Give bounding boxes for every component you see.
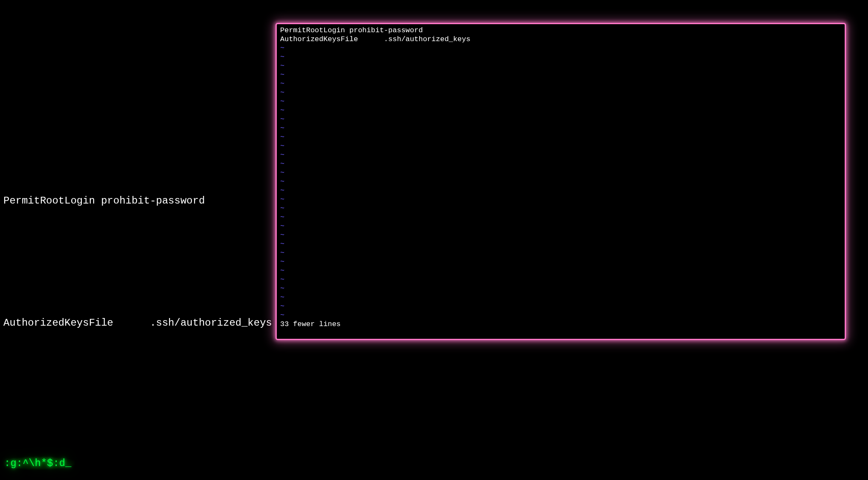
ex-command-line[interactable]: :g:^\h*$:d_: [3, 457, 75, 470]
left-text-line-1: PermitRootLogin prohibit-password: [3, 195, 205, 207]
left-text-line-2: AuthorizedKeysFile .ssh/authorized_keys: [3, 317, 272, 329]
vim-tilde-line: ~: [280, 115, 841, 124]
vim-tilde-line: ~: [280, 293, 841, 302]
vim-tilde-line: ~: [280, 248, 841, 257]
vim-tilde-line: ~: [280, 240, 841, 248]
vim-tilde-line: ~: [280, 97, 841, 106]
vim-tilde-line: ~: [280, 106, 841, 115]
vim-status-line: 33 fewer lines: [280, 320, 841, 329]
vim-tilde-line: ~: [280, 133, 841, 142]
vim-buffer-line: AuthorizedKeysFile .ssh/authorized_keys: [280, 35, 841, 44]
vim-editor-window[interactable]: PermitRootLogin prohibit-password Author…: [275, 23, 846, 340]
vim-tilde-line: ~: [280, 195, 841, 204]
vim-tilde-line: ~: [280, 151, 841, 159]
vim-tilde-line: ~: [280, 53, 841, 61]
vim-tilde-line: ~: [280, 186, 841, 195]
vim-tilde-line: ~: [280, 266, 841, 275]
vim-tilde-line: ~: [280, 70, 841, 79]
vim-tilde-line: ~: [280, 213, 841, 222]
vim-tilde-line: ~: [280, 177, 841, 186]
vim-tilde-line: ~: [280, 257, 841, 266]
vim-tilde-line: ~: [280, 204, 841, 213]
vim-tilde-line: ~: [280, 311, 841, 320]
vim-tilde-line: ~: [280, 159, 841, 168]
vim-tilde-line: ~: [280, 61, 841, 70]
vim-tilde-line: ~: [280, 142, 841, 151]
vim-tilde-line: ~: [280, 275, 841, 284]
vim-tilde-line: ~: [280, 231, 841, 240]
vim-tilde-line: ~: [280, 284, 841, 293]
ex-command-text: :g:^\h*$:d_: [3, 457, 75, 470]
vim-tilde-line: ~: [280, 302, 841, 311]
vim-tilde-line: ~: [280, 88, 841, 97]
vim-tilde-line: ~: [280, 168, 841, 177]
vim-buffer-line: PermitRootLogin prohibit-password: [280, 26, 841, 35]
vim-tilde-line: ~: [280, 124, 841, 133]
vim-tilde-line: ~: [280, 79, 841, 88]
vim-empty-lines: ~~~~~~~~~~~~~~~~~~~~~~~~~~~~~~~: [280, 44, 841, 320]
vim-tilde-line: ~: [280, 44, 841, 53]
vim-tilde-line: ~: [280, 222, 841, 231]
